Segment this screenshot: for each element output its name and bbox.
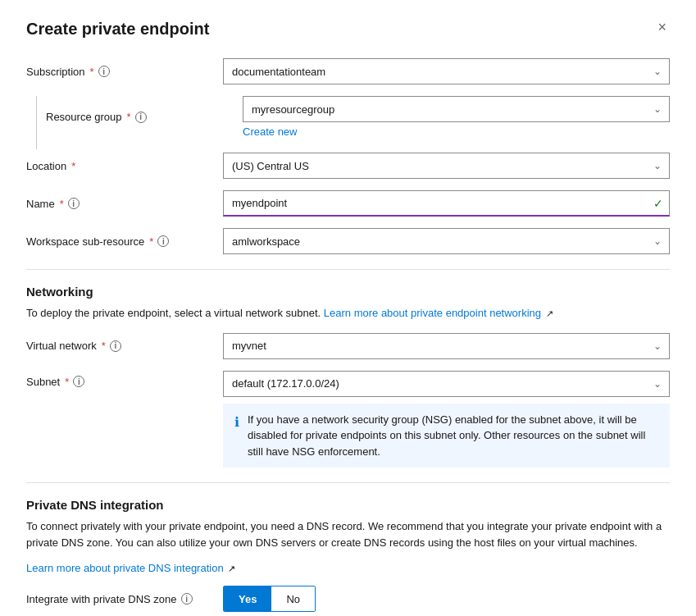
nsg-info-icon: ℹ (234, 413, 239, 460)
subnet-label: Subnet * i (26, 371, 223, 388)
nsg-info-box: ℹ If you have a network security group (… (223, 404, 670, 468)
resource-group-content: Resource group * i myresourcegroup ⌄ Cre… (46, 96, 670, 149)
resource-group-label: Resource group * i (46, 111, 243, 123)
networking-title: Networking (26, 285, 670, 299)
name-input[interactable] (223, 190, 670, 217)
subscription-select[interactable]: documentationteam (223, 58, 670, 84)
resource-group-row: Resource group * i myresourcegroup ⌄ Cre… (46, 96, 670, 138)
location-control: (US) Central US ⌄ (223, 153, 670, 179)
virtual-network-label: Virtual network * i (26, 340, 223, 352)
workspace-subresource-label: Workspace sub-resource * i (26, 235, 223, 248)
subnet-row: Subnet * i default (172.17.0.0/24) ⌄ ℹ I… (26, 371, 670, 468)
dialog-header: Create private endpoint × (26, 20, 670, 39)
resource-group-info-icon[interactable]: i (135, 112, 147, 123)
networking-section: Networking To deploy the private endpoin… (26, 285, 670, 468)
subscription-label: Subscription * i (26, 66, 223, 78)
location-row: Location * (US) Central US ⌄ (26, 153, 670, 179)
location-select-wrapper: (US) Central US ⌄ (223, 153, 670, 179)
yes-no-toggle: Yes No (223, 586, 316, 612)
create-new-link[interactable]: Create new (243, 125, 297, 138)
virtual-network-info-icon[interactable]: i (110, 340, 121, 352)
dialog-title: Create private endpoint (26, 20, 209, 39)
create-new-wrap: Create new (243, 125, 670, 138)
divider-2 (26, 482, 670, 483)
private-dns-section: Private DNS integration To connect priva… (26, 498, 670, 616)
virtual-network-required: * (102, 340, 106, 352)
subscription-control: documentationteam ⌄ (223, 58, 670, 84)
subscription-select-wrapper: documentationteam ⌄ (223, 58, 670, 84)
integrate-dns-control: Yes No (223, 586, 670, 612)
workspace-subresource-required: * (149, 235, 153, 248)
subnet-select[interactable]: default (172.17.0.0/24) (223, 371, 670, 397)
subnet-control: default (172.17.0.0/24) ⌄ ℹ If you have … (223, 371, 670, 468)
yes-button[interactable]: Yes (224, 586, 271, 611)
networking-learn-more-link[interactable]: Learn more about private endpoint networ… (324, 307, 541, 319)
integrate-dns-label: Integrate with private DNS zone i (26, 593, 223, 605)
workspace-subresource-control: amlworkspace ⌄ (223, 228, 670, 254)
name-row: Name * i ✓ (26, 190, 670, 217)
subscription-row: Subscription * i documentationteam ⌄ (26, 58, 670, 84)
private-dns-learn-more-wrap: Learn more about private DNS integration… (26, 562, 670, 574)
private-dns-description: To connect privately with your private e… (26, 518, 670, 550)
virtual-network-select[interactable]: myvnet (223, 333, 670, 359)
close-button[interactable]: × (654, 20, 670, 34)
name-input-wrap: ✓ (223, 190, 670, 217)
workspace-subresource-select[interactable]: amlworkspace (223, 228, 670, 254)
workspace-subresource-row: Workspace sub-resource * i amlworkspace … (26, 228, 670, 254)
no-button[interactable]: No (271, 586, 315, 611)
resource-group-control: myresourcegroup ⌄ Create new (243, 96, 670, 138)
networking-description: To deploy the private endpoint, select a… (26, 305, 670, 322)
location-required: * (71, 160, 75, 172)
name-label: Name * i (26, 198, 223, 210)
resource-group-required: * (127, 111, 131, 123)
workspace-subresource-select-wrapper: amlworkspace ⌄ (223, 228, 670, 254)
resource-group-section: Resource group * i myresourcegroup ⌄ Cre… (26, 96, 670, 149)
networking-external-link-icon: ↗ (546, 307, 553, 321)
name-check-icon: ✓ (653, 197, 663, 210)
subnet-select-wrapper: default (172.17.0.0/24) ⌄ (223, 371, 670, 397)
name-required: * (60, 198, 64, 210)
private-dns-title: Private DNS integration (26, 498, 670, 512)
indent-line (36, 96, 37, 149)
subnet-required: * (65, 376, 69, 388)
subscription-required: * (90, 66, 94, 78)
private-dns-learn-more-link[interactable]: Learn more about private DNS integration (26, 562, 224, 574)
virtual-network-select-wrapper: myvnet ⌄ (223, 333, 670, 359)
divider-1 (26, 269, 670, 270)
resource-group-select[interactable]: myresourcegroup (243, 96, 670, 122)
private-dns-external-icon: ↗ (228, 564, 235, 574)
integrate-dns-info-icon[interactable]: i (181, 593, 193, 605)
virtual-network-control: myvnet ⌄ (223, 333, 670, 359)
location-label: Location * (26, 160, 223, 172)
workspace-subresource-info-icon[interactable]: i (157, 235, 169, 247)
location-select[interactable]: (US) Central US (223, 153, 670, 179)
virtual-network-row: Virtual network * i myvnet ⌄ (26, 333, 670, 359)
integrate-dns-row: Integrate with private DNS zone i Yes No (26, 586, 670, 612)
resource-group-select-wrapper: myresourcegroup ⌄ (243, 96, 670, 122)
name-info-icon[interactable]: i (68, 198, 80, 209)
name-control: ✓ (223, 190, 670, 217)
create-private-endpoint-dialog: Create private endpoint × Subscription *… (0, 0, 696, 616)
subnet-info-icon[interactable]: i (73, 376, 84, 387)
subscription-info-icon[interactable]: i (98, 66, 110, 77)
